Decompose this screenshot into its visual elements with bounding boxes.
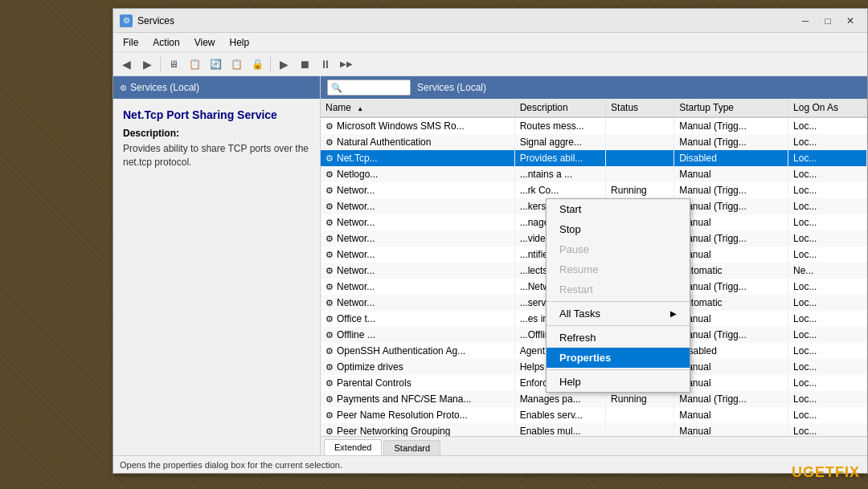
context-menu-item-label: Help bbox=[559, 376, 581, 388]
search-input[interactable] bbox=[342, 83, 407, 92]
col-header-desc[interactable]: Description bbox=[514, 99, 605, 117]
table-row[interactable]: ⚙Netlogo......ntains a ...ManualLoc... bbox=[321, 166, 867, 182]
cell-name: ⚙Office t... bbox=[321, 311, 514, 327]
cell-status bbox=[606, 117, 674, 134]
tab-extended[interactable]: Extended bbox=[324, 439, 382, 455]
toolbar-btn-1[interactable]: 🖥 bbox=[164, 55, 183, 74]
cell-logon: Ne... bbox=[788, 263, 867, 279]
context-menu-item-resume: Resume bbox=[547, 259, 690, 279]
cell-desc: ...ntains a ... bbox=[514, 166, 605, 182]
tabs-bar: Extended Standard bbox=[321, 436, 867, 455]
cell-logon: Loc... bbox=[788, 295, 867, 311]
context-menu-item-refresh[interactable]: Refresh bbox=[547, 328, 690, 348]
start-service-button[interactable]: ▶ bbox=[274, 55, 293, 74]
context-menu-item-start[interactable]: Start bbox=[547, 199, 690, 219]
table-row[interactable]: ⚙Networ......rk Co...RunningManual (Trig… bbox=[321, 182, 867, 198]
service-icon: ⚙ bbox=[326, 346, 334, 356]
cell-logon: Loc... bbox=[788, 327, 867, 343]
table-header-row: Name ▲ Description Status Startup Type L… bbox=[321, 99, 867, 117]
cell-name: ⚙Microsoft Windows SMS Ro... bbox=[321, 117, 514, 134]
cell-status bbox=[606, 407, 674, 423]
main-content: ⚙ Services (Local) Net.Tcp Port Sharing … bbox=[113, 76, 867, 455]
cell-startup: Manual bbox=[674, 375, 788, 391]
context-menu-item-stop[interactable]: Stop bbox=[547, 219, 690, 239]
cell-logon: Loc... bbox=[788, 311, 867, 327]
context-menu-item-label: Start bbox=[559, 203, 581, 215]
toolbar-btn-5[interactable]: 🔒 bbox=[248, 55, 267, 74]
service-icon: ⚙ bbox=[326, 378, 334, 388]
context-menu-item-properties[interactable]: Properties bbox=[547, 348, 690, 368]
col-header-logon[interactable]: Log On As bbox=[788, 99, 867, 117]
table-row[interactable]: ⚙Payments and NFC/SE Mana...Manages pa..… bbox=[321, 391, 867, 407]
service-icon: ⚙ bbox=[326, 362, 334, 372]
context-menu-item-pause: Pause bbox=[547, 239, 690, 259]
cell-name: ⚙Networ... bbox=[321, 247, 514, 263]
cell-logon: Loc... bbox=[788, 423, 867, 436]
menu-view[interactable]: View bbox=[188, 35, 222, 50]
cell-startup: Manual bbox=[674, 166, 788, 182]
cell-status bbox=[606, 134, 674, 150]
cell-name: ⚙Networ... bbox=[321, 182, 514, 198]
maximize-button[interactable]: □ bbox=[817, 13, 838, 29]
service-icon: ⚙ bbox=[326, 410, 334, 420]
cell-name: ⚙Offline ... bbox=[321, 327, 514, 343]
services-window: ⚙ Services ─ □ ✕ File Action View Help ◀… bbox=[113, 8, 868, 474]
cell-name: ⚙OpenSSH Authentication Ag... bbox=[321, 343, 514, 359]
context-menu-item-label: Pause bbox=[559, 243, 589, 255]
service-icon: ⚙ bbox=[326, 153, 334, 163]
menu-file[interactable]: File bbox=[117, 35, 145, 50]
service-icon: ⚙ bbox=[326, 282, 334, 291]
back-button[interactable]: ◀ bbox=[117, 55, 136, 74]
cell-logon: Loc... bbox=[788, 134, 867, 150]
toolbar-btn-2[interactable]: 📋 bbox=[185, 55, 204, 74]
forward-button[interactable]: ▶ bbox=[137, 55, 157, 74]
close-button[interactable]: ✕ bbox=[840, 13, 861, 29]
search-icon: 🔍 bbox=[331, 83, 342, 93]
table-row[interactable]: ⚙Peer Name Resolution Proto...Enables se… bbox=[321, 407, 867, 423]
table-row[interactable]: ⚙Natural AuthenticationSignal aggre...Ma… bbox=[321, 134, 867, 150]
col-header-name[interactable]: Name ▲ bbox=[321, 99, 514, 117]
menu-action[interactable]: Action bbox=[146, 35, 186, 50]
left-panel: ⚙ Services (Local) Net.Tcp Port Sharing … bbox=[113, 76, 321, 455]
search-box[interactable]: 🔍 bbox=[327, 79, 411, 96]
table-row[interactable]: ⚙Microsoft Windows SMS Ro...Routes mess.… bbox=[321, 117, 867, 134]
context-menu-item-help[interactable]: Help bbox=[547, 372, 690, 392]
right-panel-title: Services (Local) bbox=[417, 82, 486, 93]
restart-service-button[interactable]: ▶▶ bbox=[337, 55, 356, 74]
context-menu-item-all-tasks[interactable]: All Tasks▶ bbox=[547, 304, 690, 324]
description-text: Provides ability to share TCP ports over… bbox=[123, 142, 310, 169]
stop-service-button[interactable]: ⏹ bbox=[295, 55, 314, 74]
cell-name: ⚙Natural Authentication bbox=[321, 134, 514, 150]
pause-service-button[interactable]: ⏸ bbox=[316, 55, 335, 74]
context-menu-item-label: Refresh bbox=[559, 332, 596, 344]
context-menu-separator bbox=[547, 325, 690, 326]
context-menu-item-label: All Tasks bbox=[559, 308, 600, 320]
watermark: UGETFIX bbox=[792, 464, 860, 481]
cell-logon: Loc... bbox=[788, 247, 867, 263]
col-header-startup[interactable]: Startup Type bbox=[674, 99, 788, 117]
cell-startup: Manual (Trigg... bbox=[674, 391, 788, 407]
toolbar-btn-3[interactable]: 🔄 bbox=[206, 55, 225, 74]
cell-startup: Manual bbox=[674, 311, 788, 327]
cell-logon: Loc... bbox=[788, 407, 867, 423]
cell-startup: Manual (Trigg... bbox=[674, 134, 788, 150]
service-icon: ⚙ bbox=[326, 185, 334, 195]
cell-desc: Routes mess... bbox=[514, 117, 605, 134]
submenu-arrow-icon: ▶ bbox=[670, 309, 677, 318]
service-icon: ⚙ bbox=[326, 330, 334, 340]
col-header-status[interactable]: Status bbox=[606, 99, 674, 117]
tab-standard[interactable]: Standard bbox=[383, 440, 440, 455]
left-panel-body: Net.Tcp Port Sharing Service Description… bbox=[113, 99, 320, 455]
sort-arrow-name: ▲ bbox=[357, 105, 363, 112]
status-text: Opens the properties dialog box for the … bbox=[120, 460, 342, 470]
menu-help[interactable]: Help bbox=[223, 35, 256, 50]
watermark-suffix: FIX bbox=[835, 464, 860, 480]
service-icon: ⚙ bbox=[326, 218, 334, 227]
minimize-button[interactable]: ─ bbox=[795, 13, 816, 29]
service-icon: ⚙ bbox=[326, 314, 334, 324]
toolbar-btn-4[interactable]: 📋 bbox=[227, 55, 246, 74]
title-bar: ⚙ Services ─ □ ✕ bbox=[113, 9, 867, 33]
table-row[interactable]: ⚙Peer Networking GroupingEnables mul...M… bbox=[321, 423, 867, 436]
cell-status: Running bbox=[606, 391, 674, 407]
table-row[interactable]: ⚙Net.Tcp...Provides abil...DisabledLoc..… bbox=[321, 150, 867, 166]
